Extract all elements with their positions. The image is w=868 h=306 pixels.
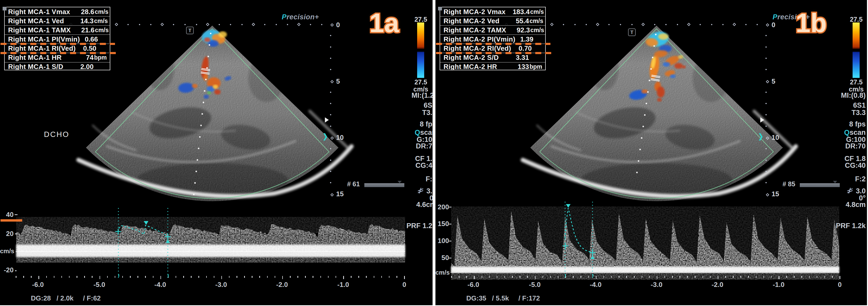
time-tick bbox=[497, 276, 498, 278]
orientation-marker-icon: T bbox=[628, 29, 636, 36]
time-tick bbox=[290, 276, 291, 278]
orientation-letter: T bbox=[630, 30, 633, 35]
time-tick bbox=[366, 276, 367, 278]
measurement-label: Right MCA-2 Vmax bbox=[440, 8, 505, 16]
measurement-rows: Right MCA-2 Vmax183.4cm/sRight MCA-2 Ved… bbox=[440, 7, 545, 71]
mi-value: MI:(0.8) bbox=[841, 91, 866, 99]
velocity-label: 50 bbox=[435, 254, 449, 262]
measurement-unit: bpm bbox=[94, 54, 110, 61]
cursor-tick bbox=[565, 274, 566, 277]
measurement-label: Right MCA-2 RI(Ved) bbox=[440, 44, 511, 53]
time-tick bbox=[343, 276, 344, 279]
measurement-label: Right MCA-1 TAMX bbox=[5, 26, 71, 34]
measurement-label: Right MCA-2 HR bbox=[440, 63, 504, 71]
table-row: Right MCA-1 Vmax28.6cm/s bbox=[5, 7, 110, 17]
time-tick bbox=[214, 276, 215, 278]
measurement-value: 133 bbox=[504, 63, 529, 71]
time-tick bbox=[160, 276, 161, 279]
time-tick bbox=[489, 276, 490, 278]
ri-underline bbox=[1, 52, 117, 54]
focus-marker-icon bbox=[325, 117, 329, 123]
time-tick bbox=[710, 276, 711, 278]
measurement-value: 55.4 bbox=[504, 17, 529, 25]
velocity-tick bbox=[449, 258, 452, 258]
time-tick bbox=[100, 276, 100, 279]
brand-rest: recision+ bbox=[287, 13, 319, 21]
velocity-tick bbox=[449, 207, 452, 208]
time-tick bbox=[374, 276, 375, 278]
time-tick bbox=[267, 276, 268, 278]
time-tick bbox=[527, 276, 528, 278]
prf-value: PRF 1.2k bbox=[406, 222, 433, 230]
time-tick bbox=[92, 276, 93, 278]
depth-label: 5 bbox=[772, 78, 775, 86]
time-label: -1.0 bbox=[333, 281, 353, 289]
qscan-q: Q bbox=[414, 128, 420, 136]
panel-1a: 051015 ❯ T Right MCA-1 Vmax28.6cm/sRight… bbox=[0, 0, 433, 305]
time-tick bbox=[764, 276, 764, 278]
table-corner-tab bbox=[438, 7, 442, 10]
cursor-tick bbox=[118, 274, 119, 277]
table-row: Right MCA-2 TAMX92.3cm/s bbox=[440, 26, 545, 35]
time-tick bbox=[237, 276, 237, 278]
depth-value: 4.6cm bbox=[416, 201, 433, 209]
time-tick bbox=[649, 276, 650, 278]
angle-correct-icon bbox=[846, 188, 854, 194]
time-tick bbox=[733, 276, 734, 278]
pi-underline bbox=[1, 43, 115, 45]
time-tick bbox=[817, 276, 817, 278]
cg-value: CG:40 bbox=[845, 161, 866, 170]
dynamic-range: DR:70 bbox=[845, 142, 866, 150]
time-label: -4.0 bbox=[150, 281, 171, 289]
time-tick bbox=[38, 276, 39, 279]
depth-label: 10 bbox=[772, 133, 779, 142]
time-tick bbox=[351, 276, 351, 278]
time-tick bbox=[466, 276, 467, 278]
focus-value: F:2 bbox=[426, 175, 433, 183]
time-tick bbox=[183, 276, 184, 278]
time-tick bbox=[336, 276, 336, 278]
time-tick bbox=[76, 276, 78, 278]
measurement-value: 28.6 bbox=[70, 8, 94, 16]
velocity-tick bbox=[14, 214, 18, 215]
velocity-label: -20 bbox=[0, 266, 13, 274]
depth-value: 4.8cm bbox=[845, 201, 866, 209]
time-label: -3.0 bbox=[211, 281, 231, 289]
table-row: Right MCA-1 HR74bpm bbox=[5, 53, 110, 62]
measurement-value: 0.50 bbox=[75, 44, 96, 53]
measurement-unit: bpm bbox=[529, 63, 545, 70]
time-tick bbox=[153, 276, 154, 278]
measurement-value: 14.3 bbox=[68, 17, 94, 25]
time-tick bbox=[84, 276, 85, 278]
brand-first-letter: P bbox=[282, 13, 287, 21]
time-tick bbox=[389, 276, 390, 278]
time-tick bbox=[703, 276, 703, 278]
measurement-value: 21.6 bbox=[71, 26, 95, 34]
frame-rate: 8 fps bbox=[849, 120, 866, 128]
prf-value: PRF 1.2k bbox=[836, 222, 866, 230]
time-tick bbox=[611, 276, 612, 278]
time-tick bbox=[642, 276, 643, 278]
brand-logo: Precision+ bbox=[282, 13, 319, 21]
ultrasound-figure: 051015 ❯ T Right MCA-1 Vmax28.6cm/sRight… bbox=[0, 0, 868, 306]
status-footer: DG:28 / 2.0k / F:62 bbox=[31, 294, 101, 302]
time-tick bbox=[603, 276, 604, 278]
probe-name: 6S1 bbox=[424, 101, 433, 110]
focus-marker-icon bbox=[760, 117, 764, 123]
time-tick bbox=[381, 276, 382, 278]
measurement-label: Right MCA-1 S/D bbox=[5, 63, 68, 71]
time-tick bbox=[596, 276, 597, 279]
depth-label: 15 bbox=[772, 190, 779, 198]
time-tick bbox=[626, 276, 627, 278]
time-tick bbox=[740, 276, 741, 278]
velocity-label: 20 bbox=[0, 230, 13, 238]
table-row: Right MCA-1 TAMX21.6cm/s bbox=[5, 26, 110, 35]
time-tick bbox=[54, 276, 55, 278]
velocity-unit: cm/s bbox=[0, 247, 15, 255]
time-tick bbox=[320, 276, 321, 278]
time-tick bbox=[69, 276, 70, 278]
measurement-unit: cm/s bbox=[94, 27, 110, 34]
time-tick bbox=[542, 276, 544, 278]
time-tick bbox=[16, 276, 17, 278]
time-tick bbox=[259, 276, 260, 278]
